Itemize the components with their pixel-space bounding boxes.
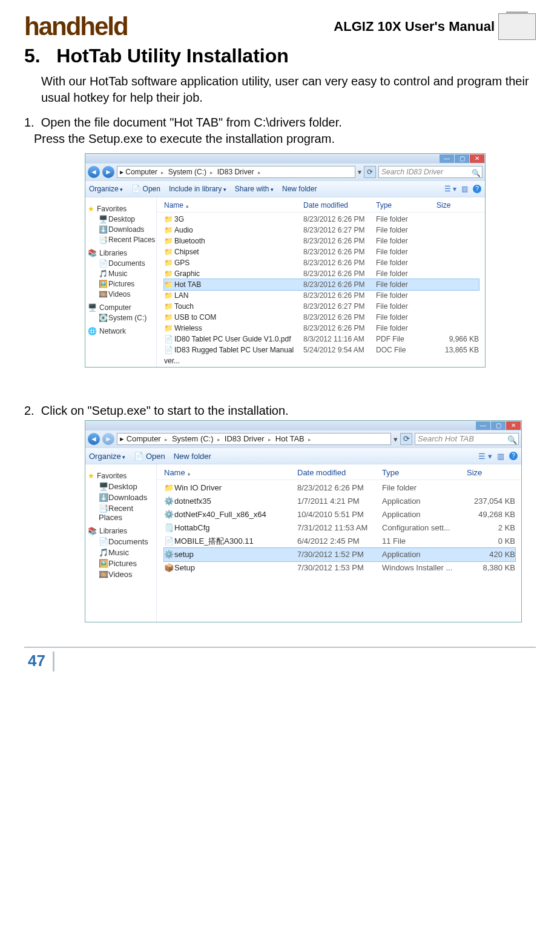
close-button[interactable]: ✕ [506,421,521,430]
window-titlebar: — ▢ ✕ [85,154,485,163]
nav-item[interactable]: 🖼️Pictures [99,559,156,568]
file-row[interactable]: ⚙️dotNetFx40_Full_x86_x6410/4/2010 5:51 … [164,508,515,521]
file-icon: 📦 [164,561,173,575]
close-button[interactable]: ✕ [470,154,484,163]
file-icon: 📁 [164,257,173,268]
nav-item[interactable]: 🎵Music [99,269,156,278]
breadcrumb[interactable]: ▸ Computer ▸ System (C:) ▸ ID83 Driver ▸ [117,166,355,178]
help-button[interactable]: ? [473,185,481,193]
step-1: 1. Open the file document "Hot TAB" from… [24,116,536,130]
explorer-window-1: — ▢ ✕ ◄ ► ▸ Computer ▸ System (C:) ▸ ID8… [85,153,486,368]
file-icon: 📁 [164,301,173,312]
doc-title: ALGIZ 10X User's Manual [334,19,495,35]
file-icon: 🗒️ [164,521,173,535]
col-name[interactable]: Name [164,201,303,209]
preview-pane-button[interactable]: ▥ [497,452,504,461]
view-menu[interactable]: ☰ ▾ [444,185,456,193]
file-row[interactable]: 📁USB to COM8/23/2012 6:26 PMFile folder [164,312,479,323]
file-icon: 📄 [164,535,173,548]
search-icon: 🔍 [472,168,481,179]
file-icon: 📁 [164,290,173,301]
help-button[interactable]: ? [509,452,518,460]
forward-button[interactable]: ► [102,166,114,178]
file-row[interactable]: 📁3G8/23/2012 6:26 PMFile folder [164,214,479,225]
maximize-button[interactable]: ▢ [455,154,469,163]
file-icon: 📁 [164,279,173,290]
file-icon: ⚙️ [164,548,173,561]
file-row[interactable]: 📄MOBILE_搭配A300.116/4/2012 2:45 PM11 File… [164,535,515,548]
column-headers[interactable]: Name Date modified Type Size [157,464,521,480]
file-icon: 📁 [164,323,173,334]
search-icon: 🔍 [507,435,517,446]
file-row[interactable]: 📁Audio8/23/2012 6:27 PMFile folder [164,225,479,236]
file-row[interactable]: ⚙️setup7/30/2012 1:52 PMApplication420 K… [164,548,515,561]
organize-menu[interactable]: Organize [89,452,125,461]
section-heading: 5. HotTab Utility Installation [24,45,536,67]
nav-item[interactable]: 🖥️Desktop [99,215,156,223]
open-button[interactable]: Open [134,452,165,461]
refresh-button[interactable]: ⟳ [400,433,412,445]
open-button[interactable]: Open [131,185,160,193]
file-row[interactable]: 📄ID80 Tablet PC User Guide V1.0.pdf8/3/2… [164,334,479,345]
nav-item[interactable]: ⬇️Downloads [99,225,156,234]
nav-item[interactable]: ⬇️Downloads [99,493,156,502]
file-row[interactable]: 📁Graphic8/23/2012 6:26 PMFile folder [164,268,479,279]
file-row[interactable]: 📁Win IO Driver8/23/2012 6:26 PMFile fold… [164,481,515,495]
include-library-menu[interactable]: Include in library [169,185,226,193]
forward-button[interactable]: ► [102,433,114,445]
new-folder-button[interactable]: New folder [174,452,211,461]
col-type[interactable]: Type [382,468,467,477]
col-type[interactable]: Type [376,201,436,209]
file-icon: 📄 [164,345,173,355]
step-2: 2. Click on "Setup.exe" to start to the … [24,404,536,418]
column-headers[interactable]: Name Date modified Type Size [157,197,485,213]
refresh-button[interactable]: ⟳ [364,166,376,178]
file-row[interactable]: 📄ID83 Rugged Tablet PC User Manual ver..… [164,345,479,355]
nav-item[interactable]: 🎞️Videos [99,570,156,579]
col-date[interactable]: Date modified [303,201,376,209]
file-row[interactable]: 📦Setup7/30/2012 1:53 PMWindows Installer… [164,561,515,575]
col-name[interactable]: Name [164,468,297,477]
minimize-button[interactable]: — [440,154,454,163]
col-size[interactable]: Size [436,201,479,209]
minimize-button[interactable]: — [476,421,490,430]
section-number: 5. [24,45,41,67]
intro-paragraph: With our HotTab software application uti… [41,73,536,106]
nav-item[interactable]: 🎵Music [99,548,156,557]
file-row[interactable]: 📁Bluetooth8/23/2012 6:26 PMFile folder [164,236,479,246]
back-button[interactable]: ◄ [88,166,100,178]
back-button[interactable]: ◄ [88,433,100,445]
nav-item[interactable]: 📄Documents [99,259,156,268]
nav-item[interactable]: 🖼️Pictures [99,280,156,288]
nav-item[interactable]: 📄Documents [99,537,156,546]
col-date[interactable]: Date modified [297,468,382,477]
file-row[interactable]: 📁Wrieless8/23/2012 6:26 PMFile folder [164,323,479,334]
nav-item[interactable]: 🎞️Videos [99,290,156,299]
view-menu[interactable]: ☰ ▾ [478,452,492,461]
file-icon: 📁 [164,214,173,225]
breadcrumb[interactable]: ▸ Computer ▸ System (C:) ▸ ID83 Driver ▸… [117,433,391,445]
file-icon: 📁 [164,481,173,495]
nav-item[interactable]: 💽System (C:) [99,314,156,322]
nav-item[interactable]: 🖥️Desktop [99,482,156,491]
organize-menu[interactable]: Organize [89,185,123,193]
file-row[interactable]: 🗒️HottabCfg7/31/2012 11:53 AMConfigurati… [164,521,515,535]
nav-item[interactable]: 📑Recent Places [99,236,156,244]
file-icon: ⚙️ [164,508,173,521]
file-row[interactable]: 📁Hot TAB8/23/2012 6:26 PMFile folder [164,279,479,290]
nav-item[interactable]: 📑Recent Places [99,504,156,522]
new-folder-button[interactable]: New folder [282,185,317,193]
file-row[interactable]: ⚙️dotnetfx351/7/2011 4:21 PMApplication2… [164,495,515,508]
share-menu[interactable]: Share with [235,185,274,193]
file-row[interactable]: 📁LAN8/23/2012 6:26 PMFile folder [164,290,479,301]
maximize-button[interactable]: ▢ [491,421,506,430]
toolbar: Organize Open Include in library Share w… [85,180,485,197]
file-row[interactable]: 📁Touch8/23/2012 6:27 PMFile folder [164,301,479,312]
search-input[interactable]: Search ID83 Driver🔍 [378,166,483,178]
search-input[interactable]: Search Hot TAB🔍 [415,433,519,445]
col-size[interactable]: Size [467,468,515,477]
file-icon: ⚙️ [164,495,173,508]
file-row[interactable]: 📁Chipset8/23/2012 6:26 PMFile folder [164,246,479,257]
preview-pane-button[interactable]: ▥ [461,185,468,193]
file-row[interactable]: 📁GPS8/23/2012 6:26 PMFile folder [164,257,479,268]
